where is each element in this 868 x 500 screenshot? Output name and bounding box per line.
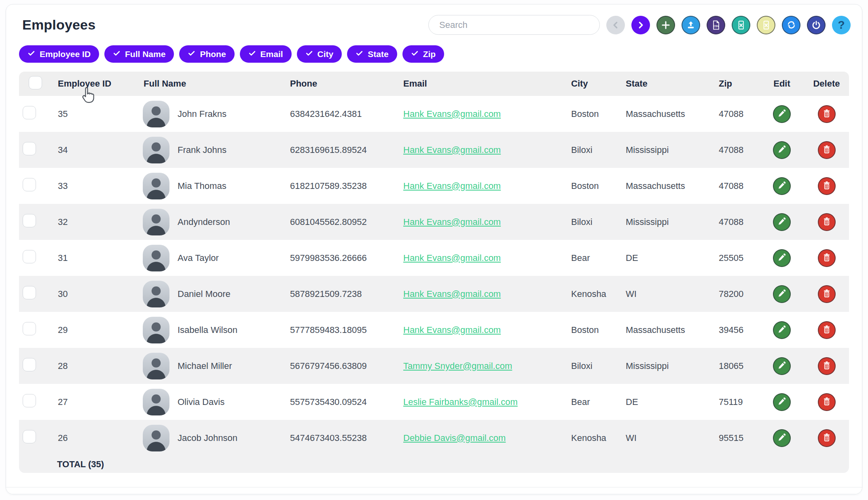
email-link[interactable]: Debbie Davis@gmail.com xyxy=(403,433,506,443)
row-checkbox[interactable] xyxy=(23,286,36,299)
avatar xyxy=(143,173,169,199)
delete-button[interactable] xyxy=(818,249,836,267)
header-zip[interactable]: Zip xyxy=(709,78,760,89)
next-page-button[interactable] xyxy=(631,16,650,34)
state-cell: DE xyxy=(616,397,709,407)
email-link[interactable]: Tammy Snyder@gmail.com xyxy=(403,361,512,371)
phone-cell: 6384231642.4381 xyxy=(280,109,394,119)
delete-button[interactable] xyxy=(818,393,836,411)
phone-cell: 6182107589.35238 xyxy=(280,181,394,191)
email-link[interactable]: Hank Evans@gmail.com xyxy=(403,145,501,155)
export-excel-button[interactable] xyxy=(732,16,750,34)
table-body: 35 John Frakns 6384231642.4381 Hank Evan… xyxy=(19,96,849,456)
export-csv-button[interactable]: CSV xyxy=(707,16,725,34)
edit-button[interactable] xyxy=(773,141,791,159)
header-phone[interactable]: Phone xyxy=(280,78,394,89)
table-row: 30 Daniel Moore 5878921509.7238 Hank Eva… xyxy=(19,276,849,312)
email-link[interactable]: Hank Evans@gmail.com xyxy=(403,253,501,263)
email-link[interactable]: Hank Evans@gmail.com xyxy=(403,289,501,299)
pencil-icon xyxy=(777,396,787,407)
delete-button[interactable] xyxy=(818,321,836,339)
header-state[interactable]: State xyxy=(616,78,709,89)
full-name-cell: Daniel Moore xyxy=(134,281,280,307)
employee-id-cell: 27 xyxy=(48,397,134,407)
table-row: 28 Michael Miller 5676797456.63809 Tammy… xyxy=(19,348,849,384)
phone-cell: 6283169615.89524 xyxy=(280,145,394,155)
upload-icon xyxy=(686,20,696,30)
email-link[interactable]: Hank Evans@gmail.com xyxy=(403,217,501,227)
city-cell: Kenosha xyxy=(561,433,616,443)
full-name-text: Michael Miller xyxy=(178,361,232,371)
email-link[interactable]: Leslie Fairbanks@gmail.com xyxy=(403,397,518,407)
edit-button[interactable] xyxy=(773,393,791,411)
edit-button[interactable] xyxy=(773,105,791,123)
refresh-button[interactable] xyxy=(782,16,800,34)
filter-chip[interactable]: Zip xyxy=(402,45,445,63)
city-cell: Boston xyxy=(561,325,616,335)
email-link[interactable]: Hank Evans@gmail.com xyxy=(403,325,501,335)
delete-button[interactable] xyxy=(818,357,836,375)
employees-card: Employees xyxy=(6,4,862,494)
table-row: 26 Jacob Johnson 5474673403.55238 Debbie… xyxy=(19,420,849,456)
employee-id-cell: 29 xyxy=(48,325,134,335)
delete-button[interactable] xyxy=(818,141,836,159)
row-checkbox[interactable] xyxy=(23,430,36,443)
filter-chip[interactable]: Email xyxy=(240,45,292,63)
check-icon xyxy=(356,49,363,59)
row-checkbox[interactable] xyxy=(23,142,36,155)
check-icon xyxy=(305,49,313,59)
delete-button[interactable] xyxy=(818,105,836,123)
edit-button[interactable] xyxy=(773,429,791,447)
state-cell: Mississippi xyxy=(616,145,709,155)
csv-label: CSV xyxy=(713,24,719,27)
edit-button[interactable] xyxy=(773,321,791,339)
header-email[interactable]: Email xyxy=(394,78,561,89)
employee-id-cell: 31 xyxy=(48,253,134,263)
topbar: Employees xyxy=(6,4,862,35)
edit-button[interactable] xyxy=(773,213,791,231)
row-checkbox[interactable] xyxy=(23,214,36,227)
help-button[interactable]: ? xyxy=(832,16,851,34)
edit-button[interactable] xyxy=(773,249,791,267)
row-checkbox[interactable] xyxy=(23,178,36,191)
delete-button[interactable] xyxy=(818,285,836,303)
delete-button[interactable] xyxy=(818,429,836,447)
delete-button[interactable] xyxy=(818,177,836,195)
avatar xyxy=(143,209,169,235)
avatar xyxy=(143,245,169,271)
edit-button[interactable] xyxy=(773,285,791,303)
filter-chip[interactable]: City xyxy=(297,45,342,63)
filter-chip[interactable]: State xyxy=(347,45,397,63)
edit-button[interactable] xyxy=(773,177,791,195)
check-icon xyxy=(188,49,195,59)
filter-chip[interactable]: Employee ID xyxy=(19,45,99,63)
add-record-button[interactable] xyxy=(656,16,675,34)
avatar xyxy=(143,353,169,379)
zip-cell: 78200 xyxy=(709,289,760,299)
state-cell: Massachusetts xyxy=(616,325,709,335)
prev-page-button[interactable] xyxy=(606,16,625,34)
employee-id-cell: 34 xyxy=(48,145,134,155)
filter-chip[interactable]: Phone xyxy=(179,45,234,63)
row-checkbox[interactable] xyxy=(23,250,36,263)
row-checkbox[interactable] xyxy=(23,358,36,371)
row-checkbox[interactable] xyxy=(23,106,36,119)
row-checkbox[interactable] xyxy=(23,394,36,407)
email-link[interactable]: Hank Evans@gmail.com xyxy=(403,181,501,191)
header-city[interactable]: City xyxy=(561,78,616,89)
search-input[interactable] xyxy=(428,15,600,35)
delete-button[interactable] xyxy=(818,213,836,231)
email-link[interactable]: Hank Evans@gmail.com xyxy=(403,109,501,119)
select-all-checkbox[interactable] xyxy=(29,76,42,89)
state-cell: WI xyxy=(616,289,709,299)
edit-button[interactable] xyxy=(773,357,791,375)
export-excel-light-button[interactable] xyxy=(757,16,775,34)
row-checkbox[interactable] xyxy=(23,322,36,335)
pencil-icon xyxy=(777,108,787,119)
upload-button[interactable] xyxy=(682,16,700,34)
plus-icon xyxy=(661,20,671,30)
filter-chip[interactable]: Full Name xyxy=(104,45,174,63)
header-full-name[interactable]: Full Name xyxy=(134,78,280,89)
header-employee-id[interactable]: Employee ID xyxy=(48,78,134,89)
power-button[interactable] xyxy=(807,16,826,34)
